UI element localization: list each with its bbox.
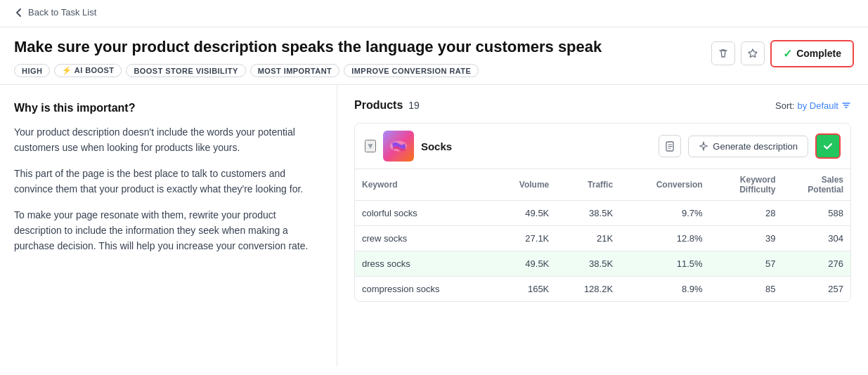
- complete-button-label: Complete: [796, 48, 841, 59]
- data-cell: 38.5K: [556, 251, 620, 277]
- keyword-cell: compression socks: [355, 277, 491, 302]
- col-conversion: Conversion: [620, 169, 710, 201]
- star-icon: [747, 48, 758, 59]
- data-cell: 588: [783, 201, 850, 226]
- data-cell: 9.7%: [620, 201, 710, 226]
- tag-most-important: MOST IMPORTANT: [250, 64, 340, 77]
- products-header: Products 19 Sort: by Default: [354, 99, 851, 112]
- sort-value[interactable]: by Default: [797, 100, 838, 111]
- sort-icon: [841, 100, 851, 110]
- left-panel-p2: This part of the page is the best place …: [14, 166, 323, 197]
- col-sales: SalesPotential: [783, 169, 850, 201]
- data-cell: 276: [783, 251, 850, 277]
- header-section: Make sure your product description speak…: [0, 27, 868, 86]
- tag-ai-boost: ⚡ AI BOOST: [54, 64, 122, 77]
- back-label: Back to Task List: [28, 7, 96, 18]
- data-cell: 12.8%: [620, 226, 710, 251]
- tag-improve-conversion: IMPROVE CONVERSION RATE: [344, 64, 479, 77]
- col-keyword: Keyword: [355, 169, 491, 201]
- sparkle-icon: [699, 141, 708, 151]
- star-button[interactable]: [741, 41, 765, 65]
- product-chevron[interactable]: ▼: [365, 140, 376, 152]
- col-difficulty: KeywordDifficulty: [710, 169, 783, 201]
- trash-button[interactable]: [711, 41, 735, 65]
- data-cell: 21K: [556, 226, 620, 251]
- data-cell: 304: [783, 226, 850, 251]
- data-cell: 38.5K: [556, 201, 620, 226]
- data-cell: 49.5K: [491, 251, 557, 277]
- data-cell: 8.9%: [620, 277, 710, 302]
- complete-button[interactable]: ✓ Complete: [770, 40, 854, 67]
- generate-btn-label: Generate description: [713, 141, 798, 152]
- data-cell: 128.2K: [556, 277, 620, 302]
- sort-control: Sort: by Default: [775, 100, 851, 111]
- data-cell: 28: [710, 201, 783, 226]
- data-cell: 11.5%: [620, 251, 710, 277]
- socks-image: [388, 136, 409, 157]
- data-cell: 257: [783, 277, 850, 302]
- products-count: 19: [408, 100, 420, 111]
- trash-icon: [718, 48, 729, 59]
- generate-description-button[interactable]: Generate description: [688, 136, 808, 157]
- description-icon-button[interactable]: [659, 135, 681, 157]
- table-header-row: Keyword Volume Traffic Conversion Keywor…: [355, 169, 850, 201]
- check-icon: ✓: [783, 47, 792, 60]
- keywords-table: Keyword Volume Traffic Conversion Keywor…: [355, 169, 850, 301]
- left-panel: Why is this important? Your product desc…: [0, 85, 337, 366]
- top-bar: Back to Task List: [0, 0, 868, 27]
- sort-label: Sort:: [775, 100, 794, 111]
- keyword-cell: colorful socks: [355, 201, 491, 226]
- data-cell: 85: [710, 277, 783, 302]
- keyword-cell: crew socks: [355, 226, 491, 251]
- tags-container: HIGH ⚡ AI BOOST BOOST STORE VISIBILITY M…: [14, 64, 697, 77]
- data-cell: 39: [710, 226, 783, 251]
- left-panel-p3: To make your page resonate with them, re…: [14, 207, 323, 254]
- document-icon: [665, 141, 675, 152]
- page-title: Make sure your product description speak…: [14, 37, 697, 58]
- products-title: Products: [354, 99, 403, 111]
- back-to-tasklist-link[interactable]: Back to Task List: [14, 7, 96, 18]
- product-image: [383, 131, 414, 162]
- arrow-left-icon: [14, 8, 24, 18]
- product-card: ▼ Socks: [354, 123, 851, 302]
- left-panel-p1: Your product description doesn't include…: [14, 124, 323, 156]
- data-cell: 165K: [491, 277, 557, 302]
- table-row: dress socks49.5K38.5K11.5%57276: [355, 251, 850, 277]
- table-row: compression socks165K128.2K8.9%85257: [355, 277, 850, 302]
- products-title-group: Products 19: [354, 99, 420, 112]
- left-panel-heading: Why is this important?: [14, 102, 323, 114]
- data-cell: 49.5K: [491, 201, 557, 226]
- main-content: Why is this important? Your product desc…: [0, 85, 868, 366]
- tag-boost-store: BOOST STORE VISIBILITY: [126, 64, 245, 77]
- col-volume: Volume: [491, 169, 557, 201]
- keyword-cell: dress socks: [355, 251, 491, 277]
- header-left: Make sure your product description speak…: [14, 37, 697, 78]
- col-traffic: Traffic: [556, 169, 620, 201]
- data-cell: 27.1K: [491, 226, 557, 251]
- product-name: Socks: [421, 140, 652, 152]
- product-row: ▼ Socks: [355, 124, 850, 169]
- table-row: colorful socks49.5K38.5K9.7%28588: [355, 201, 850, 226]
- header-actions: ✓ Complete: [711, 40, 854, 67]
- green-check-button[interactable]: [815, 133, 841, 159]
- tag-high: HIGH: [14, 64, 50, 77]
- table-row: crew socks27.1K21K12.8%39304: [355, 226, 850, 251]
- right-panel: Products 19 Sort: by Default ▼: [337, 85, 868, 366]
- data-cell: 57: [710, 251, 783, 277]
- checkmark-icon: [822, 140, 834, 152]
